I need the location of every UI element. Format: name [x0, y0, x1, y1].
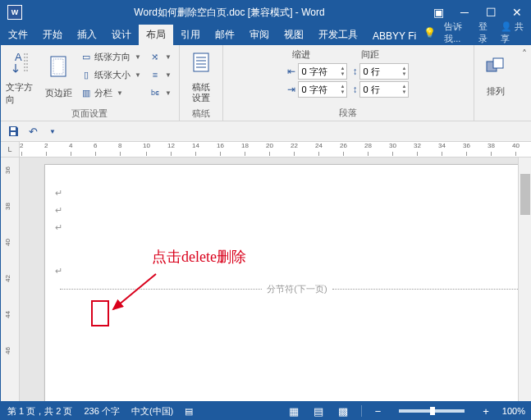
spacing-before-spinner[interactable]: ▲▼ [359, 63, 409, 80]
collapse-ribbon-button[interactable]: ˄ [517, 45, 531, 121]
status-word-count[interactable]: 236 个字 [84, 405, 119, 418]
indent-header: 缩进 [292, 48, 312, 61]
app-window: W Word如何删除空白页.doc [兼容模式] - Word ▣ ─ ☐ ✕ … [0, 0, 531, 420]
ribbon-tabs: 文件 开始 插入 设计 布局 引用 邮件 审阅 视图 开发工具 ABBYY Fi… [1, 24, 531, 45]
zoom-level[interactable]: 100% [502, 406, 525, 416]
text-direction-icon: A [11, 49, 33, 80]
tab-developer[interactable]: 开发工具 [311, 25, 365, 45]
paragraph-mark: ↵ [55, 222, 518, 233]
maximize-button[interactable]: ☐ [483, 4, 499, 21]
line-numbers-icon: ≡ [149, 70, 161, 80]
svg-rect-10 [11, 127, 16, 130]
editor-area: 363840424446 ↵ ↵ ↵ 点击delete删除 ↵ 分节符(下一页) [1, 158, 531, 401]
word-app-icon: W [7, 5, 22, 20]
paragraph-mark: ↵ [55, 266, 518, 276]
svg-rect-3 [194, 53, 208, 71]
svg-text:A: A [15, 51, 22, 63]
zoom-out-button[interactable]: − [373, 405, 383, 418]
page-size-icon: ▯ [80, 70, 92, 80]
line-numbers-button[interactable]: ≡▼ [147, 66, 174, 83]
margins-icon [48, 55, 68, 85]
track-changes-icon[interactable]: ▤ [185, 406, 193, 417]
save-button[interactable] [6, 124, 21, 139]
spacing-after-spinner[interactable]: ▲▼ [359, 81, 409, 98]
window-title: Word如何删除空白页.doc [兼容模式] - Word [29, 6, 430, 20]
status-page[interactable]: 第 1 页，共 2 页 [7, 405, 72, 418]
spacing-before-icon: ↕ [352, 66, 357, 77]
minimize-button[interactable]: ─ [456, 4, 473, 21]
tellme-input[interactable]: 告诉我... [444, 21, 470, 45]
group-paragraph-label: 段落 [339, 105, 357, 121]
tab-view[interactable]: 视图 [277, 25, 311, 45]
share-button[interactable]: 👤 共享 [501, 21, 525, 45]
group-page-setup-label: 页面设置 [71, 106, 108, 121]
paragraph-mark: ↵ [55, 205, 518, 216]
indent-right-icon: ⇥ [287, 84, 295, 95]
arrange-icon [485, 57, 506, 84]
status-bar: 第 1 页，共 2 页 236 个字 中文(中国) ▤ ▦ ▤ ▩ − + 10… [1, 401, 531, 420]
tab-layout[interactable]: 布局 [139, 25, 173, 45]
tab-mailings[interactable]: 邮件 [208, 25, 242, 45]
annotation-highlight-box [91, 300, 109, 326]
orientation-icon: ▭ [80, 52, 92, 62]
view-print-layout-button[interactable]: ▤ [312, 405, 325, 418]
undo-button[interactable]: ↶ [25, 124, 40, 139]
zoom-in-button[interactable]: + [481, 405, 491, 418]
page-size-button[interactable]: ▯纸张大小▼ [78, 66, 144, 83]
horizontal-ruler[interactable]: 2246810121416182022242628303234363840 [20, 142, 531, 157]
margins-button[interactable]: 页边距 [42, 48, 75, 106]
tab-review[interactable]: 审阅 [242, 25, 277, 45]
document-page[interactable]: ↵ ↵ ↵ 点击delete删除 ↵ 分节符(下一页) [44, 164, 518, 401]
ruler-corner: L [1, 142, 20, 157]
document-viewport[interactable]: ↵ ↵ ↵ 点击delete删除 ↵ 分节符(下一页) [20, 158, 518, 401]
vertical-ruler[interactable]: 363840424446 [1, 158, 20, 401]
svg-rect-9 [493, 58, 503, 68]
indent-left-icon: ⇤ [287, 66, 295, 77]
section-break: 分节符(下一页) [55, 283, 518, 295]
group-manuscript-label: 稿纸 [192, 106, 210, 121]
indent-left-spinner[interactable]: ▲▼ [298, 63, 347, 80]
orientation-button[interactable]: ▭纸张方向▼ [78, 48, 144, 65]
qat-customize-button[interactable]: ▼ [45, 124, 60, 139]
zoom-slider[interactable] [399, 409, 465, 413]
breaks-icon: ⤨ [149, 52, 161, 62]
annotation-text: 点击delete删除 [152, 247, 246, 267]
view-read-mode-button[interactable]: ▦ [287, 405, 300, 418]
view-web-layout-button[interactable]: ▩ [336, 405, 350, 418]
svg-rect-11 [11, 132, 16, 135]
login-link[interactable]: 登录 [478, 21, 492, 45]
ribbon-options-icon[interactable]: ▣ [430, 4, 446, 21]
spacing-header: 间距 [361, 48, 381, 61]
tab-references[interactable]: 引用 [173, 25, 208, 45]
manuscript-button[interactable]: 稿纸 设置 [185, 48, 217, 106]
quick-access-toolbar: ↶ ▼ [1, 121, 531, 142]
tab-home[interactable]: 开始 [35, 25, 70, 45]
spacing-after-icon: ↕ [352, 84, 357, 95]
manuscript-icon [191, 52, 211, 80]
breaks-button[interactable]: ⤨▼ [147, 48, 174, 65]
arrange-button[interactable]: 排列 [479, 48, 512, 106]
paragraph-mark: ↵ [55, 188, 518, 199]
vertical-scrollbar[interactable] [518, 158, 531, 401]
tab-file[interactable]: 文件 [1, 25, 35, 45]
text-direction-button[interactable]: A 文字方向 [6, 48, 39, 106]
tab-insert[interactable]: 插入 [70, 25, 104, 45]
hyphenation-icon: bc̵ [149, 89, 161, 97]
horizontal-ruler-row: L 2246810121416182022242628303234363840 [1, 142, 531, 158]
indent-right-spinner[interactable]: ▲▼ [298, 81, 347, 98]
tellme-bulb-icon: 💡 [423, 27, 436, 39]
ribbon: A 文字方向 页边距 ▭纸张方向▼ ▯纸张大小▼ ▥分栏▼ ⤨▼ [1, 45, 531, 121]
tab-abbyy[interactable]: ABBYY Fi [365, 27, 423, 45]
hyphenation-button[interactable]: bc̵▼ [147, 84, 174, 101]
section-break-label: 分节符(下一页) [267, 283, 327, 295]
close-button[interactable]: ✕ [509, 4, 525, 21]
columns-button[interactable]: ▥分栏▼ [78, 84, 144, 101]
columns-icon: ▥ [80, 88, 92, 98]
status-language[interactable]: 中文(中国) [131, 405, 173, 418]
tab-design[interactable]: 设计 [104, 25, 139, 45]
